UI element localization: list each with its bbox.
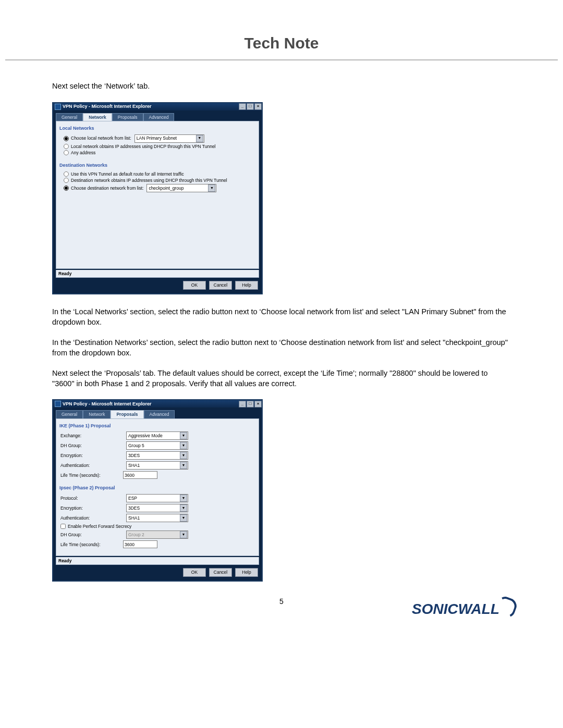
choose-local-label: Choose local network from list: bbox=[71, 135, 131, 141]
chevron-down-icon: ▼ bbox=[180, 432, 187, 439]
vpn-policy-window-proposals: VPN Policy - Microsoft Internet Explorer… bbox=[52, 399, 263, 581]
tab-network[interactable]: Network bbox=[83, 113, 112, 121]
cancel-button[interactable]: Cancel bbox=[209, 281, 232, 290]
dhgroup2-label: DH Group: bbox=[60, 532, 123, 537]
ok-button[interactable]: OK bbox=[183, 281, 206, 290]
ie-icon bbox=[55, 401, 61, 407]
chevron-down-icon: ▼ bbox=[180, 531, 187, 538]
auth2-value: SHA1 bbox=[127, 515, 140, 521]
local-network-value: LAN Primary Subnet bbox=[136, 135, 177, 141]
tab-advanced[interactable]: Advanced bbox=[144, 410, 175, 418]
local-network-dropdown[interactable]: LAN Primary Subnet ▼ bbox=[134, 134, 204, 143]
choose-local-radio[interactable] bbox=[64, 136, 69, 141]
help-button[interactable]: Help bbox=[235, 281, 258, 290]
chevron-down-icon: ▼ bbox=[180, 495, 187, 502]
dest-network-dropdown[interactable]: checkpoint_group ▼ bbox=[146, 184, 216, 192]
destination-networks-heading: Destination Networks bbox=[59, 163, 255, 168]
tab-proposals[interactable]: Proposals bbox=[112, 113, 143, 121]
dhgroup-label: DH Group: bbox=[60, 443, 123, 448]
ok-button[interactable]: OK bbox=[183, 568, 206, 577]
encryption2-dropdown[interactable]: 3DES ▼ bbox=[126, 504, 188, 512]
auth-label: Authentication: bbox=[60, 463, 123, 468]
instruction-paragraph-2: In the ‘Local Networks’ section, select … bbox=[52, 307, 511, 327]
dest-dhcp-radio[interactable] bbox=[64, 178, 69, 183]
auth-value: SHA1 bbox=[127, 463, 140, 468]
chevron-down-icon: ▼ bbox=[180, 442, 187, 449]
exchange-label: Exchange: bbox=[60, 433, 123, 438]
chevron-down-icon: ▼ bbox=[180, 514, 187, 522]
encryption-value: 3DES bbox=[127, 453, 140, 458]
status-bar: Ready bbox=[56, 557, 259, 565]
protocol-label: Protocol: bbox=[60, 496, 123, 501]
tabs: General Network Proposals Advanced bbox=[56, 113, 259, 121]
page-header: Tech Note bbox=[5, 0, 558, 60]
local-networks-heading: Local Networks bbox=[59, 126, 255, 131]
pfs-checkbox[interactable] bbox=[60, 524, 66, 529]
titlebar: VPN Policy - Microsoft Internet Explorer… bbox=[53, 103, 262, 110]
protocol-value: ESP bbox=[127, 496, 137, 501]
default-route-radio[interactable] bbox=[64, 171, 69, 177]
titlebar: VPN Policy - Microsoft Internet Explorer… bbox=[53, 400, 262, 408]
encryption2-value: 3DES bbox=[127, 505, 140, 511]
any-address-radio[interactable] bbox=[64, 150, 69, 155]
phase2-heading: Ipsec (Phase 2) Proposal bbox=[59, 485, 255, 491]
maximize-button[interactable]: □ bbox=[247, 103, 254, 110]
default-route-label: Use this VPN Tunnel as default route for… bbox=[71, 171, 184, 177]
lifetime2-label: Life Time (seconds): bbox=[60, 542, 123, 547]
window-title: VPN Policy - Microsoft Internet Explorer bbox=[63, 104, 238, 109]
auth2-dropdown[interactable]: SHA1 ▼ bbox=[126, 514, 188, 522]
tab-advanced[interactable]: Advanced bbox=[143, 113, 175, 121]
protocol-dropdown[interactable]: ESP ▼ bbox=[126, 494, 188, 502]
dhgroup2-value: Group 2 bbox=[127, 532, 144, 537]
auth2-label: Authentication: bbox=[60, 515, 123, 521]
phase1-heading: IKE (Phase 1) Proposal bbox=[59, 423, 255, 429]
page-number: 5 bbox=[0, 597, 563, 606]
network-panel: Local Networks Choose local network from… bbox=[56, 121, 259, 269]
cancel-button[interactable]: Cancel bbox=[209, 568, 232, 577]
tabs: General Network Proposals Advanced bbox=[56, 410, 259, 418]
dest-network-value: checkpoint_group bbox=[148, 186, 183, 191]
any-address-label: Any address bbox=[71, 150, 95, 155]
chevron-down-icon: ▼ bbox=[180, 462, 187, 469]
exchange-value: Aggressive Mode bbox=[127, 433, 163, 438]
lifetime-input[interactable]: 3600 bbox=[123, 471, 157, 479]
close-button[interactable]: × bbox=[254, 401, 262, 408]
proposals-panel: IKE (Phase 1) Proposal Exchange: Aggress… bbox=[56, 418, 259, 556]
encryption-dropdown[interactable]: 3DES ▼ bbox=[126, 451, 188, 460]
ie-icon bbox=[55, 104, 61, 110]
local-dhcp-label: Local network obtains IP addresses using… bbox=[71, 144, 216, 149]
help-button[interactable]: Help bbox=[235, 568, 258, 577]
encryption-label: Encryption: bbox=[60, 453, 123, 458]
window-title: VPN Policy - Microsoft Internet Explorer bbox=[63, 401, 238, 407]
instruction-paragraph-4: Next select the ‘Proposals’ tab. The def… bbox=[52, 368, 511, 389]
chevron-down-icon: ▼ bbox=[180, 452, 187, 459]
tab-proposals[interactable]: Proposals bbox=[111, 410, 143, 418]
auth-dropdown[interactable]: SHA1 ▼ bbox=[126, 461, 188, 470]
minimize-button[interactable]: _ bbox=[239, 401, 246, 408]
tab-general[interactable]: General bbox=[56, 113, 83, 121]
local-dhcp-radio[interactable] bbox=[64, 144, 69, 149]
chevron-down-icon: ▼ bbox=[180, 504, 187, 512]
tab-general[interactable]: General bbox=[56, 410, 83, 418]
choose-dest-label: Choose destination network from list: bbox=[71, 186, 143, 191]
maximize-button[interactable]: □ bbox=[247, 401, 254, 408]
chevron-down-icon: ▼ bbox=[208, 184, 215, 192]
pfs-label: Enable Perfect Forward Secrecy bbox=[68, 524, 131, 529]
choose-dest-radio[interactable] bbox=[64, 186, 69, 191]
dhgroup-dropdown[interactable]: Group 5 ▼ bbox=[126, 441, 188, 450]
dhgroup2-dropdown: Group 2 ▼ bbox=[126, 530, 188, 539]
tab-network[interactable]: Network bbox=[83, 410, 111, 418]
exchange-dropdown[interactable]: Aggressive Mode ▼ bbox=[126, 431, 188, 440]
dhgroup-value: Group 5 bbox=[127, 443, 144, 448]
chevron-down-icon: ▼ bbox=[196, 135, 203, 142]
instruction-paragraph-3: In the ‘Destination Networks’ section, s… bbox=[52, 338, 511, 358]
encryption2-label: Encryption: bbox=[60, 505, 123, 511]
vpn-policy-window-network: VPN Policy - Microsoft Internet Explorer… bbox=[52, 102, 263, 294]
lifetime2-input[interactable]: 3600 bbox=[123, 540, 157, 548]
close-button[interactable]: × bbox=[254, 103, 262, 110]
minimize-button[interactable]: _ bbox=[239, 103, 246, 110]
dest-dhcp-label: Destination network obtains IP addresses… bbox=[71, 178, 227, 183]
lifetime-label: Life Time (seconds): bbox=[60, 473, 123, 478]
instruction-paragraph-1: Next select the ‘Network’ tab. bbox=[52, 81, 511, 92]
status-bar: Ready bbox=[56, 270, 259, 278]
